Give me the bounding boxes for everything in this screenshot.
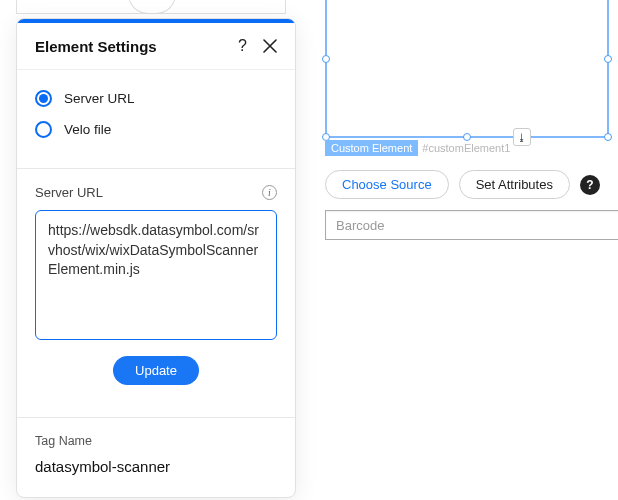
- custom-element-box[interactable]: ⭳: [325, 0, 609, 138]
- tag-name-value: datasymbol-scanner: [35, 458, 277, 475]
- radio-icon: [35, 121, 52, 138]
- panel-header: Element Settings ?: [17, 23, 295, 70]
- server-url-input[interactable]: [35, 210, 277, 340]
- radio-icon: [35, 90, 52, 107]
- element-settings-panel: Element Settings ? Server URL Velo file …: [16, 18, 296, 498]
- radio-label: Velo file: [64, 122, 111, 137]
- panel-title: Element Settings: [35, 38, 238, 55]
- resize-handle-left[interactable]: [322, 55, 330, 63]
- element-toolbar: Choose Source Set Attributes ?: [325, 170, 600, 199]
- choose-source-button[interactable]: Choose Source: [325, 170, 449, 199]
- element-badges: Custom Element #customElement1: [325, 140, 514, 156]
- radio-server-url[interactable]: Server URL: [35, 90, 277, 107]
- download-icon[interactable]: ⭳: [513, 128, 531, 146]
- resize-handle-bottom-right[interactable]: [604, 133, 612, 141]
- close-icon[interactable]: [263, 39, 277, 53]
- panel-help-icon[interactable]: ?: [238, 37, 247, 55]
- source-type-radio-group: Server URL Velo file: [17, 70, 295, 168]
- server-url-section: Server URL i Update: [17, 169, 295, 417]
- tag-name-label: Tag Name: [35, 434, 277, 448]
- tag-name-section: Tag Name datasymbol-scanner: [17, 418, 295, 497]
- radio-label: Server URL: [64, 91, 135, 106]
- help-icon[interactable]: ?: [580, 175, 600, 195]
- resize-handle-right[interactable]: [604, 55, 612, 63]
- barcode-input[interactable]: [325, 210, 618, 240]
- server-url-label: Server URL: [35, 185, 103, 200]
- element-type-badge: Custom Element: [325, 140, 418, 156]
- set-attributes-button[interactable]: Set Attributes: [459, 170, 570, 199]
- radio-velo-file[interactable]: Velo file: [35, 121, 277, 138]
- info-icon[interactable]: i: [262, 185, 277, 200]
- update-button[interactable]: Update: [113, 356, 199, 385]
- element-id-badge: #customElement1: [418, 140, 514, 156]
